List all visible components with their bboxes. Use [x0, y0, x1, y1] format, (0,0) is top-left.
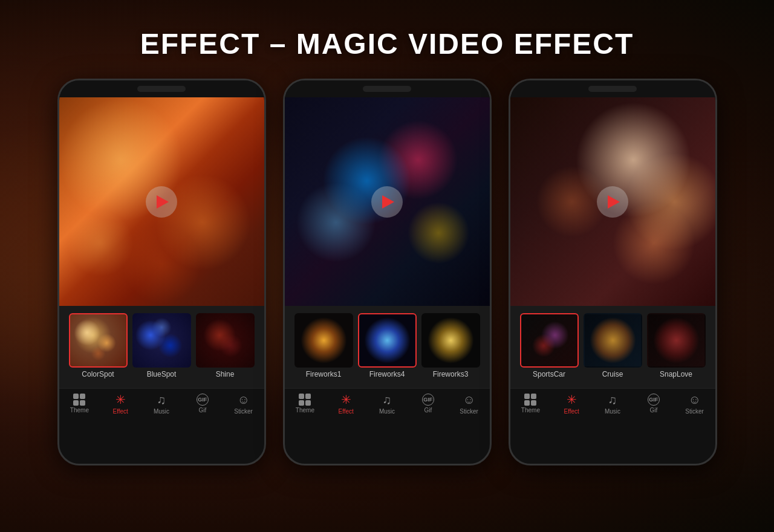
music-icon-1: ♫: [157, 393, 166, 407]
nav-theme-1[interactable]: Theme: [59, 394, 100, 414]
nav-sticker-label-3: Sticker: [685, 408, 704, 415]
thumb-label-sportscar: SportsCar: [533, 370, 565, 378]
thumb-wrap-fw4: Fireworks4: [358, 313, 417, 378]
music-icon-3: ♫: [608, 393, 617, 407]
thumb-wrap-fw3: Fireworks3: [421, 313, 480, 378]
bottom-nav-2: Theme ✳ Effect ♫ Music GIF Gif ☺ Sticker: [285, 388, 490, 418]
play-button-2[interactable]: [371, 186, 403, 218]
phone-screen-1: ColorSpot BlueSpot Shine: [59, 97, 264, 418]
page-title: EFFECT – MAGIC VIDEO EFFECT: [0, 0, 774, 79]
nav-sticker-3[interactable]: ☺ Sticker: [674, 393, 715, 415]
thumb-label-fw1: Fireworks1: [306, 370, 342, 378]
effect-icon-3: ✳: [567, 392, 577, 407]
sticker-icon-1: ☺: [237, 393, 249, 407]
theme-icon-2: [299, 394, 311, 406]
thumb-fw1[interactable]: [294, 313, 353, 368]
effect-thumbnails-2: Fireworks1 Fireworks4 Fireworks3: [290, 313, 485, 378]
phone-1: ColorSpot BlueSpot Shine: [57, 79, 266, 465]
thumb-wrap-snaplove: SnapLove: [647, 313, 706, 378]
nav-effect-2[interactable]: ✳ Effect: [325, 392, 366, 415]
thumb-wrap-sportscar: SportsCar: [520, 313, 579, 378]
nav-theme-label-2: Theme: [296, 407, 314, 414]
nav-effect-label-1: Effect: [113, 408, 128, 415]
play-button-3[interactable]: [597, 186, 628, 218]
nav-music-label-3: Music: [605, 408, 620, 415]
thumb-label-fw3: Fireworks3: [433, 370, 469, 378]
nav-music-label-1: Music: [154, 408, 169, 415]
nav-sticker-label-1: Sticker: [234, 408, 253, 415]
thumb-snaplove[interactable]: [647, 313, 706, 368]
nav-gif-label-3: Gif: [649, 407, 657, 414]
phone-notch-2: [363, 86, 411, 92]
phone-notch-area-1: [59, 80, 264, 97]
thumb-fw4[interactable]: [358, 313, 417, 368]
thumb-wrap-shine: Shine: [196, 313, 255, 378]
nav-music-3[interactable]: ♫ Music: [592, 393, 633, 415]
phone-notch-area-2: [285, 80, 490, 97]
nav-effect-label-2: Effect: [339, 408, 354, 415]
play-icon-1: [157, 195, 169, 209]
gif-icon-2: GIF: [422, 394, 434, 406]
video-area-3: [510, 97, 715, 306]
nav-effect-label-3: Effect: [564, 408, 579, 415]
phone-screen-3: SportsCar Cruise SnapLove: [510, 97, 715, 418]
nav-effect-3[interactable]: ✳ Effect: [551, 392, 592, 415]
nav-sticker-label-2: Sticker: [460, 408, 478, 415]
video-area-2: [285, 97, 490, 306]
effects-strip-3: SportsCar Cruise SnapLove: [510, 306, 715, 388]
theme-icon-1: [73, 394, 85, 406]
effects-strip-2: Fireworks1 Fireworks4 Fireworks3: [285, 306, 490, 388]
thumb-label-snaplove: SnapLove: [660, 370, 692, 378]
nav-music-2[interactable]: ♫ Music: [366, 393, 408, 415]
phone-screen-2: Fireworks1 Fireworks4 Fireworks3: [285, 97, 490, 418]
nav-music-label-2: Music: [379, 408, 395, 415]
play-button-1[interactable]: [146, 186, 177, 218]
gif-icon-1: GIF: [197, 394, 209, 406]
music-icon-2: ♫: [382, 393, 391, 407]
theme-icon-3: [524, 394, 536, 406]
phones-container: ColorSpot BlueSpot Shine: [0, 79, 774, 465]
phone-notch-area-3: [510, 80, 715, 97]
phone-3: SportsCar Cruise SnapLove: [509, 79, 717, 465]
bottom-nav-3: Theme ✳ Effect ♫ Music GIF Gif ☺ Sticker: [510, 388, 715, 418]
thumb-label-bluespot: BlueSpot: [147, 370, 177, 378]
nav-sticker-1[interactable]: ☺ Sticker: [223, 393, 264, 415]
sticker-icon-3: ☺: [688, 393, 700, 407]
nav-music-1[interactable]: ♫ Music: [141, 393, 182, 415]
thumb-label-cruise: Cruise: [602, 370, 623, 378]
phone-notch-1: [137, 86, 186, 92]
effect-thumbnails-3: SportsCar Cruise SnapLove: [515, 313, 711, 378]
nav-theme-label-3: Theme: [521, 407, 540, 414]
thumb-wrap-bluespot: BlueSpot: [132, 313, 191, 378]
gif-icon-3: GIF: [648, 394, 660, 406]
thumb-wrap-fw1: Fireworks1: [294, 313, 353, 378]
thumb-sportscar[interactable]: [520, 313, 579, 368]
thumb-label-colorspot: ColorSpot: [82, 370, 114, 378]
thumb-shine[interactable]: [196, 313, 255, 368]
effect-icon-1: ✳: [115, 392, 126, 407]
effects-strip-1: ColorSpot BlueSpot Shine: [59, 306, 264, 388]
sticker-icon-2: ☺: [463, 393, 475, 407]
nav-sticker-2[interactable]: ☺ Sticker: [449, 393, 490, 415]
nav-gif-label-1: Gif: [198, 407, 206, 414]
thumb-label-shine: Shine: [216, 370, 235, 378]
bottom-nav-1: Theme ✳ Effect ♫ Music GIF Gif ☺ Sticker: [59, 388, 264, 418]
thumb-cruise[interactable]: [584, 313, 642, 368]
thumb-fw3[interactable]: [421, 313, 480, 368]
phone-2: Fireworks1 Fireworks4 Fireworks3: [283, 79, 492, 465]
nav-gif-label-2: Gif: [424, 407, 432, 414]
nav-gif-1[interactable]: GIF Gif: [182, 394, 223, 414]
thumb-colorspot[interactable]: [69, 313, 128, 368]
nav-gif-3[interactable]: GIF Gif: [633, 394, 674, 414]
nav-theme-2[interactable]: Theme: [285, 394, 326, 414]
thumb-label-fw4: Fireworks4: [369, 370, 405, 378]
thumb-bluespot[interactable]: [132, 313, 191, 368]
play-icon-3: [608, 195, 620, 209]
nav-gif-2[interactable]: GIF Gif: [408, 394, 449, 414]
thumb-wrap-colorspot: ColorSpot: [69, 313, 128, 378]
nav-effect-1[interactable]: ✳ Effect: [100, 392, 141, 415]
play-icon-2: [382, 195, 394, 209]
thumb-wrap-cruise: Cruise: [584, 313, 642, 378]
nav-theme-3[interactable]: Theme: [510, 394, 551, 414]
nav-theme-label-1: Theme: [70, 407, 89, 414]
